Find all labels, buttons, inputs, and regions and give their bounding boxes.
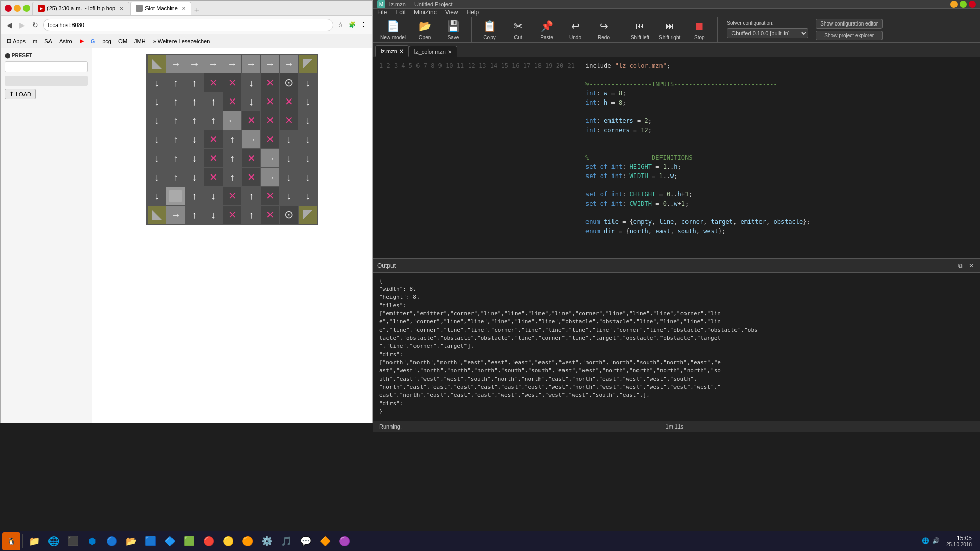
- grid-cell-8-5[interactable]: ↑: [242, 206, 260, 224]
- grid-cell-3-5[interactable]: ✕: [242, 111, 260, 130]
- grid-cell-2-1[interactable]: ↑: [166, 92, 185, 111]
- grid-cell-2-8[interactable]: ↓: [299, 92, 317, 111]
- tab-lz-color-mzn-close[interactable]: ✕: [448, 49, 452, 55]
- grid-cell-5-2[interactable]: ↓: [185, 149, 204, 167]
- grid-cell-4-5[interactable]: →: [242, 130, 260, 148]
- mzn-max-btn[interactable]: [960, 1, 967, 8]
- grid-cell-3-3[interactable]: ↑: [204, 111, 223, 130]
- grid-cell-4-6[interactable]: ✕: [261, 130, 279, 148]
- grid-cell-1-1[interactable]: ↑: [166, 73, 185, 92]
- browser-tab-slot[interactable]: Slot Machine ✕: [130, 2, 191, 15]
- grid-cell-1-2[interactable]: ↑: [185, 73, 204, 92]
- browser-tab-lofi[interactable]: ▶ (25) 3:30 a.m. ~ lofi hip hop ✕: [32, 2, 129, 15]
- taskbar-app9[interactable]: 🔷: [161, 532, 179, 550]
- bookmark-star-icon[interactable]: ☆: [336, 20, 346, 30]
- grid-cell-5-8[interactable]: ↓: [299, 149, 317, 167]
- menu-view[interactable]: View: [445, 9, 458, 16]
- bookmark-sa[interactable]: SA: [42, 37, 54, 45]
- bookmark-astro[interactable]: Astro: [57, 37, 75, 45]
- redo-button[interactable]: ↪ Redo: [591, 16, 617, 42]
- grid-cell-0-7[interactable]: →: [280, 55, 298, 73]
- grid-cell-6-3[interactable]: ✕: [204, 168, 223, 186]
- grid-cell-3-7[interactable]: ✕: [280, 111, 298, 130]
- grid-cell-3-6[interactable]: ✕: [261, 111, 279, 130]
- grid-cell-5-3[interactable]: ✕: [204, 149, 223, 167]
- browser-min-btn[interactable]: [14, 5, 21, 12]
- grid-cell-6-0[interactable]: ↓: [148, 168, 166, 186]
- taskbar-app8[interactable]: 🟦: [141, 532, 160, 550]
- grid-cell-0-5[interactable]: →: [242, 55, 260, 73]
- grid-cell-4-7[interactable]: ↓: [280, 130, 298, 148]
- grid-cell-2-7[interactable]: ✕: [280, 92, 298, 111]
- bookmark-yt[interactable]: ▶: [78, 37, 86, 45]
- grid-cell-4-4[interactable]: ↑: [223, 130, 241, 148]
- grid-cell-7-1[interactable]: [166, 187, 185, 205]
- grid-cell-5-6[interactable]: →: [261, 149, 279, 167]
- browser-max-btn[interactable]: [23, 5, 30, 12]
- sidebar-scrollbar[interactable]: [5, 76, 88, 86]
- grid-cell-5-7[interactable]: ↓: [280, 149, 298, 167]
- grid-cell-1-0[interactable]: ↓: [148, 73, 166, 92]
- taskbar-folder-icon[interactable]: 📂: [122, 532, 140, 550]
- forward-button[interactable]: ▶: [17, 20, 27, 30]
- taskbar-app10[interactable]: 🟩: [180, 532, 199, 550]
- grid-cell-2-0[interactable]: ↓: [148, 92, 166, 111]
- grid-cell-0-8[interactable]: [299, 55, 317, 73]
- grid-cell-1-7[interactable]: ⊙: [280, 73, 298, 92]
- grid-cell-2-3[interactable]: ↑: [204, 92, 223, 111]
- grid-cell-6-5[interactable]: ✕: [242, 168, 260, 186]
- cut-button[interactable]: ✂ Cut: [505, 16, 531, 42]
- open-button[interactable]: 📂 Open: [412, 16, 437, 42]
- grid-cell-5-4[interactable]: ↑: [223, 149, 241, 167]
- show-project-explorer-button[interactable]: Show project explorer: [816, 31, 883, 40]
- tab-lz-color-mzn[interactable]: lz_color.mzn ✕: [409, 46, 457, 57]
- taskbar-app15[interactable]: 🎵: [277, 532, 296, 550]
- grid-cell-6-1[interactable]: ↑: [166, 168, 185, 186]
- start-button[interactable]: 🐧: [2, 532, 20, 550]
- grid-cell-7-5[interactable]: ↑: [242, 187, 260, 205]
- grid-cell-8-0[interactable]: [148, 206, 166, 224]
- grid-cell-4-1[interactable]: ↑: [166, 130, 185, 148]
- tab-lz-mzn[interactable]: lz.mzn ✕: [375, 45, 409, 57]
- mzn-close-btn[interactable]: [969, 1, 976, 8]
- grid-cell-0-1[interactable]: →: [166, 55, 185, 73]
- grid-cell-6-8[interactable]: ↓: [299, 168, 317, 186]
- code-editor[interactable]: 1 2 3 4 5 6 7 8 9 10 11 12 13 14 15 16 1…: [373, 57, 980, 258]
- sidebar-search[interactable]: [5, 61, 88, 72]
- stop-button[interactable]: ⏹ Stop: [687, 16, 712, 42]
- grid-cell-7-2[interactable]: ↑: [185, 187, 204, 205]
- taskbar-terminal-icon[interactable]: ⬛: [64, 532, 82, 550]
- bookmark-jmh[interactable]: JMH: [132, 37, 148, 45]
- grid-cell-0-2[interactable]: →: [185, 55, 204, 73]
- menu-icon[interactable]: ⋮: [359, 20, 368, 30]
- grid-cell-0-3[interactable]: →: [204, 55, 223, 73]
- grid-cell-6-2[interactable]: ↓: [185, 168, 204, 186]
- copy-button[interactable]: 📋 Copy: [477, 16, 502, 42]
- grid-cell-7-4[interactable]: ✕: [223, 187, 241, 205]
- taskbar-app18[interactable]: 🟣: [335, 532, 354, 550]
- menu-file[interactable]: File: [377, 9, 387, 16]
- shift-right-button[interactable]: ⏭ Shift right: [656, 16, 683, 42]
- taskbar-app13[interactable]: 🟠: [238, 532, 257, 550]
- solver-config-select[interactable]: Chuffed 0.10.0 [built-in]: [727, 28, 808, 38]
- tab-lofi-close[interactable]: ✕: [119, 6, 124, 11]
- save-button[interactable]: 💾 Save: [440, 16, 466, 42]
- code-content[interactable]: include "lz_color.mzn"; %---------------…: [579, 57, 980, 258]
- output-body[interactable]: { "width": 8, "height": 8, "tiles": ["em…: [373, 273, 980, 421]
- grid-cell-7-3[interactable]: ↓: [204, 187, 223, 205]
- grid-cell-5-5[interactable]: ✕: [242, 149, 260, 167]
- grid-cell-8-7[interactable]: ⊙: [280, 206, 298, 224]
- taskbar-app16[interactable]: 💬: [297, 532, 315, 550]
- bookmark-g[interactable]: G: [89, 37, 97, 45]
- grid-cell-2-2[interactable]: ↑: [185, 92, 204, 111]
- mzn-min-btn[interactable]: [950, 1, 958, 8]
- grid-cell-1-5[interactable]: ↓: [242, 73, 260, 92]
- grid-cell-2-6[interactable]: ✕: [261, 92, 279, 111]
- menu-help[interactable]: Help: [467, 9, 479, 16]
- address-input[interactable]: [43, 19, 333, 31]
- grid-cell-8-1[interactable]: →: [166, 206, 185, 224]
- taskbar-app17[interactable]: 🔶: [316, 532, 334, 550]
- output-close-btn[interactable]: ✕: [967, 261, 976, 270]
- grid-cell-6-4[interactable]: ↑: [223, 168, 241, 186]
- grid-cell-2-5[interactable]: ↓: [242, 92, 260, 111]
